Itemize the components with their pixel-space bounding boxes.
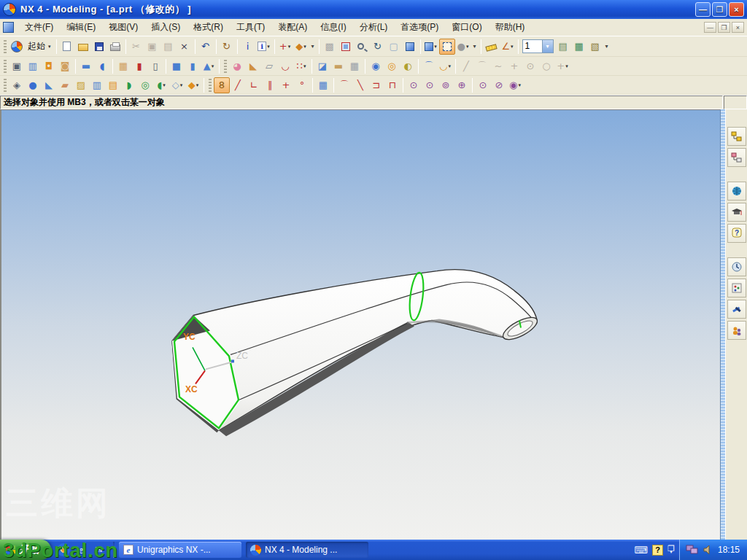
center-point[interactable]: ⊙	[475, 77, 491, 93]
palettes-tab[interactable]	[727, 279, 746, 298]
shell[interactable]: ◡	[277, 58, 293, 74]
arc-center-4[interactable]: ⊕	[454, 77, 470, 93]
pocket[interactable]: ◖	[94, 58, 110, 74]
thicken[interactable]: ▬	[330, 58, 347, 74]
mdi-minimize-button[interactable]: —	[704, 22, 716, 33]
delete[interactable]: ×	[177, 39, 193, 55]
ime-indicator-icon[interactable]: ?	[652, 545, 663, 556]
end-point[interactable]: ╱	[230, 77, 246, 93]
refresh-display[interactable]: ▩	[322, 39, 338, 55]
menu-format[interactable]: 格式(R)	[187, 19, 230, 36]
task-unigraphics[interactable]: e Unigraphics NX -...	[119, 542, 241, 558]
layer-settings[interactable]: ▤	[555, 39, 571, 55]
curve-mesh[interactable]: ▨	[73, 77, 89, 93]
arc-center[interactable]: ⊙	[406, 77, 422, 93]
menu-view[interactable]: 视图(V)	[102, 19, 144, 36]
mdi-close-button[interactable]: ×	[732, 22, 744, 33]
emboss[interactable]: ▦	[115, 58, 131, 74]
web-browser-tab[interactable]	[727, 182, 746, 201]
ruled-surface[interactable]: ▤	[105, 77, 121, 93]
hidden-edge-display[interactable]: ●▾	[455, 39, 471, 55]
open-file[interactable]	[75, 39, 91, 55]
through-curves[interactable]: ▥	[89, 77, 105, 93]
type-filter[interactable]: ◆▾	[293, 39, 309, 55]
object-information[interactable]: i	[240, 39, 256, 55]
center-point-3[interactable]: ◉▾	[507, 77, 523, 93]
fit-view[interactable]	[338, 39, 354, 55]
title-bar[interactable]: NX 4 - Modeling - [a.prt （修改的） ] — ❐ ×	[0, 0, 747, 19]
tangent-point[interactable]: ╲	[352, 77, 368, 93]
arc-center-3[interactable]: ⊚	[438, 77, 454, 93]
mdi-restore-button[interactable]: ❐	[718, 22, 730, 33]
wcs-z-handle[interactable]	[231, 359, 234, 362]
information-window[interactable]: ▾	[256, 39, 272, 55]
menu-analysis[interactable]: 分析(L)	[353, 19, 395, 36]
assembly-navigator-tab[interactable]	[727, 127, 746, 146]
nx-app-icon[interactable]	[3, 3, 16, 16]
corner-point[interactable]: ⊐	[368, 77, 384, 93]
unite[interactable]: ◉	[368, 58, 384, 74]
measure-distance[interactable]	[484, 39, 500, 55]
point-on-curve[interactable]: ⌒	[336, 77, 352, 93]
task-nx4[interactable]: NX 4 - Modeling ...	[246, 542, 368, 558]
standard-toolbar-options[interactable]: ▾	[309, 43, 317, 50]
menu-assemblies[interactable]: 装配(A)	[271, 19, 314, 36]
resource-bar-grip[interactable]	[720, 109, 725, 540]
draft[interactable]: ▱	[261, 58, 277, 74]
wireframe-display[interactable]	[439, 39, 455, 55]
slot[interactable]: ▮	[131, 58, 147, 74]
cylinder[interactable]: ▮	[185, 58, 201, 74]
measure-angle[interactable]: ∠▾	[500, 39, 516, 55]
more-curves[interactable]: +▾	[554, 58, 570, 74]
new-file[interactable]	[59, 39, 75, 55]
help-tab[interactable]: ?	[727, 224, 746, 243]
menu-preferences[interactable]: 首选项(P)	[394, 19, 445, 36]
repeat-command[interactable]: ↻	[219, 39, 235, 55]
menu-window[interactable]: 窗口(O)	[445, 19, 488, 36]
copy[interactable]: ▣	[144, 39, 160, 55]
boss[interactable]: ◙	[57, 58, 73, 74]
mail-icon[interactable]: ✉	[92, 543, 105, 556]
network-icon[interactable]	[686, 545, 699, 555]
paste[interactable]: ▤	[160, 39, 177, 55]
toolbar-grip[interactable]	[4, 60, 7, 73]
tube[interactable]: ◡▾	[437, 58, 453, 74]
chamfer[interactable]: ◣	[245, 58, 261, 74]
quadrant-point[interactable]: °	[294, 77, 310, 93]
toolbar-grip[interactable]	[209, 79, 212, 92]
hole[interactable]: ◘	[41, 58, 57, 74]
datum-plane[interactable]: ▥	[25, 58, 41, 74]
center-point-2[interactable]: ⊘	[491, 77, 507, 93]
sweep-along-guide[interactable]: ⌒	[421, 58, 437, 74]
roles-tab[interactable]	[727, 321, 746, 340]
point[interactable]: +	[506, 58, 522, 74]
layer-category[interactable]: ▧	[587, 39, 603, 55]
menu-file[interactable]: 文件(F)	[18, 19, 60, 36]
tube-surface[interactable]: ◎	[137, 77, 153, 93]
offset-surface[interactable]: ◆▾	[185, 77, 201, 93]
volume-icon[interactable]	[703, 545, 713, 555]
pad[interactable]: ▬	[78, 58, 94, 74]
graphics-window[interactable]: YC XC ZC 三维网	[0, 109, 720, 540]
basic-line[interactable]: ╱	[458, 58, 474, 74]
trimmed-sheet[interactable]: ◇▾	[169, 77, 185, 93]
sew[interactable]: ▦	[347, 58, 363, 74]
restore-orientation[interactable]: ▢	[386, 39, 402, 55]
ellipse[interactable]: ○	[538, 58, 554, 74]
subtract[interactable]: ◎	[384, 58, 400, 74]
selection-filter[interactable]: +▾	[277, 39, 293, 55]
toolbar-grip[interactable]	[224, 60, 227, 73]
menu-insert[interactable]: 插入(S)	[144, 19, 187, 36]
section-surface[interactable]: ▰	[57, 77, 73, 93]
cone[interactable]: ▲▾	[201, 58, 217, 74]
mid-point[interactable]: ∥	[262, 77, 278, 93]
block[interactable]: ■	[169, 58, 185, 74]
part-navigator-tab[interactable]	[727, 148, 746, 167]
internet-explorer-icon[interactable]: e	[74, 543, 88, 556]
media-player-icon[interactable]: ◉	[57, 543, 70, 556]
save-file[interactable]	[91, 39, 107, 55]
keyboard-indicator-icon[interactable]: ⌨	[634, 545, 648, 556]
instance-feature[interactable]: ∷▾	[293, 58, 309, 74]
cut[interactable]: ✂	[128, 39, 144, 55]
menu-edit[interactable]: 编辑(E)	[60, 19, 102, 36]
